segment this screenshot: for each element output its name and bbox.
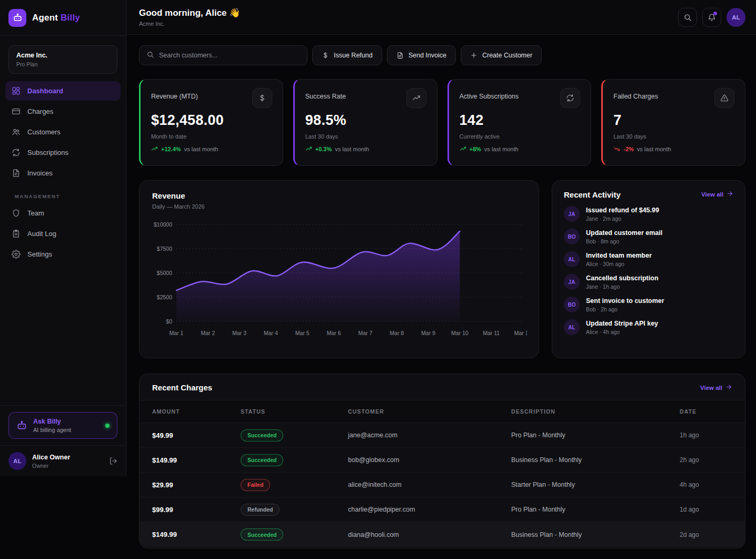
ask-billy-card[interactable]: Ask Billy AI billing agent xyxy=(8,412,117,439)
sidebar-item-team[interactable]: Team xyxy=(5,203,121,223)
activity-meta: Bob · 8m ago xyxy=(586,238,662,244)
brand-name-secondary: Billy xyxy=(61,13,80,23)
activity-text: Issued refund of $45.99 xyxy=(586,207,659,214)
sidebar-item-label: Audit Log xyxy=(27,230,56,238)
notifications-button[interactable] xyxy=(702,8,721,27)
header-subtitle: Acme Inc. xyxy=(139,21,241,27)
toolbar-buttons: Issue RefundSend InvoiceCreate Customer xyxy=(312,45,542,65)
sidebar-spacer xyxy=(0,264,126,405)
cell-description: Business Plan - Monthly xyxy=(511,456,680,464)
sidebar-item-settings[interactable]: Settings xyxy=(5,244,121,264)
stat-head: Success Rate xyxy=(305,88,426,108)
ask-billy-title: Ask Billy xyxy=(33,418,71,425)
sidebar-item-subscriptions[interactable]: Subscriptions xyxy=(5,143,121,162)
activity-meta: Jane · 1h ago xyxy=(586,283,659,290)
toolbar: Issue RefundSend InvoiceCreate Customer xyxy=(139,45,745,65)
recent-activity-card: Recent Activity View all JAIssued refund… xyxy=(552,180,745,358)
create-customer-button[interactable]: Create Customer xyxy=(461,45,542,65)
stat-card-revenue-mtd: Revenue (MTD)$12,458.00Month to date+12.… xyxy=(139,79,283,166)
stat-head: Active Subscriptions xyxy=(460,88,581,108)
notification-dot xyxy=(713,12,717,15)
activity-item[interactable]: ALUpdated Stripe API keyAlice · 4h ago xyxy=(564,319,733,335)
sidebar-item-dashboard[interactable]: Dashboard xyxy=(5,81,121,101)
svg-text:Mar 9: Mar 9 xyxy=(421,330,435,336)
brand: Agent Billy xyxy=(0,0,126,36)
delta-value: -2% xyxy=(623,146,634,152)
logout-button[interactable] xyxy=(109,457,117,465)
table-row[interactable]: $49.99Succeededjane@acme.comPro Plan - M… xyxy=(140,423,745,448)
user-row: AL Alice Owner Owner xyxy=(0,445,126,476)
sidebar-item-invoices[interactable]: Invoices xyxy=(5,163,121,183)
delta-suffix: vs last month xyxy=(637,146,671,152)
sidebar-item-charges[interactable]: Charges xyxy=(5,102,121,121)
activity-text: Updated Stripe API key xyxy=(586,320,658,327)
stat-caption: Last 30 days xyxy=(305,133,426,140)
cell-status: Failed xyxy=(241,479,348,491)
send-invoice-button[interactable]: Send Invoice xyxy=(387,45,456,65)
activity-view-all-link[interactable]: View all xyxy=(701,190,733,198)
activity-texts: Sent invoice to customerBob · 2h ago xyxy=(586,297,664,312)
brand-name-primary: Agent xyxy=(32,13,58,23)
greeting-text: Good morning, Alice xyxy=(139,8,227,18)
dollar-icon xyxy=(252,88,272,108)
cell-amount: $29.99 xyxy=(152,481,241,489)
activity-item[interactable]: JAIssued refund of $45.99Jane · 2m ago xyxy=(564,206,733,222)
cell-amount: $49.99 xyxy=(152,431,241,439)
column-header-customer: CUSTOMER xyxy=(348,408,511,415)
cell-amount: $99.99 xyxy=(152,506,241,514)
charges-view-all-link[interactable]: View all xyxy=(700,384,732,391)
table-row[interactable]: $99.99Refundedcharlie@piedpiper.comPro P… xyxy=(140,497,745,522)
activity-header: Recent Activity View all xyxy=(564,190,733,199)
robot-icon xyxy=(8,9,26,27)
cell-customer: diana@hooli.com xyxy=(348,531,511,538)
activity-item[interactable]: BOSent invoice to customerBob · 2h ago xyxy=(564,297,733,312)
view-all-label: View all xyxy=(701,191,723,198)
sidebar-nav-main: DashboardChargesCustomersSubscriptionsIn… xyxy=(0,79,126,183)
stat-value: 98.5% xyxy=(305,112,426,129)
org-name: Acme Inc. xyxy=(16,52,110,59)
delta-value: +8% xyxy=(470,146,481,152)
revenue-chart-svg: $10000$7500$5000$2500$0Mar 1Mar 2Mar 3Ma… xyxy=(152,218,527,341)
cell-status: Succeeded xyxy=(241,429,348,442)
delta-value: +12.4% xyxy=(161,146,181,152)
cell-description: Starter Plan - Monthly xyxy=(511,481,680,488)
avatar: JA xyxy=(564,206,580,222)
search-input[interactable] xyxy=(159,52,300,59)
cell-status: Succeeded xyxy=(241,454,348,466)
stat-value: $12,458.00 xyxy=(151,112,272,129)
org-switcher[interactable]: Acme Inc. Pro Plan xyxy=(8,45,117,74)
sidebar-item-audit-log[interactable]: Audit Log xyxy=(5,224,121,243)
cell-amount: $149.99 xyxy=(152,456,241,464)
activity-item[interactable]: ALInvited team memberAlice · 30m ago xyxy=(564,251,733,267)
charges-table-body: $49.99Succeededjane@acme.comPro Plan - M… xyxy=(140,423,745,547)
issue-refund-button[interactable]: Issue Refund xyxy=(312,45,382,65)
stat-card-success-rate: Success Rate98.5%Last 30 days+0.3%vs las… xyxy=(293,79,437,166)
chart-title: Revenue xyxy=(152,191,526,200)
sidebar: Agent Billy Acme Inc. Pro Plan Dashboard… xyxy=(0,0,126,476)
sidebar-item-label: Dashboard xyxy=(27,87,63,95)
activity-text: Sent invoice to customer xyxy=(586,297,664,305)
brand-name: Agent Billy xyxy=(32,13,80,23)
activity-texts: Issued refund of $45.99Jane · 2m ago xyxy=(586,207,659,222)
activity-item[interactable]: JACancelled subscriptionJane · 1h ago xyxy=(564,274,733,290)
table-row[interactable]: $29.99Failedalice@initech.comStarter Pla… xyxy=(140,473,745,497)
activity-text: Cancelled subscription xyxy=(586,274,659,282)
table-row[interactable]: $149.99Succeededbob@globex.comBusiness P… xyxy=(140,448,745,473)
table-row[interactable]: $149.99Succeededdiana@hooli.comBusiness … xyxy=(140,522,745,547)
view-all-label: View all xyxy=(700,385,722,391)
activity-meta: Jane · 2m ago xyxy=(586,215,659,222)
clipboard-icon xyxy=(12,229,21,238)
activity-texts: Updated Stripe API keyAlice · 4h ago xyxy=(586,320,658,335)
activity-text: Invited team member xyxy=(586,252,652,259)
stat-caption: Currently active xyxy=(460,133,581,140)
search-button[interactable] xyxy=(678,8,697,27)
column-header-date: DATE xyxy=(680,408,732,415)
avatar: JA xyxy=(564,274,580,290)
file-icon xyxy=(12,169,21,178)
activity-item[interactable]: BOUpdated customer emailBob · 8m ago xyxy=(564,229,733,244)
header: Good morning, Alice 👋 Acme Inc. AL xyxy=(126,0,756,35)
sidebar-item-customers[interactable]: Customers xyxy=(5,122,121,142)
svg-text:Mar 3: Mar 3 xyxy=(232,330,246,336)
cell-status: Refunded xyxy=(241,504,348,516)
avatar[interactable]: AL xyxy=(727,8,745,27)
